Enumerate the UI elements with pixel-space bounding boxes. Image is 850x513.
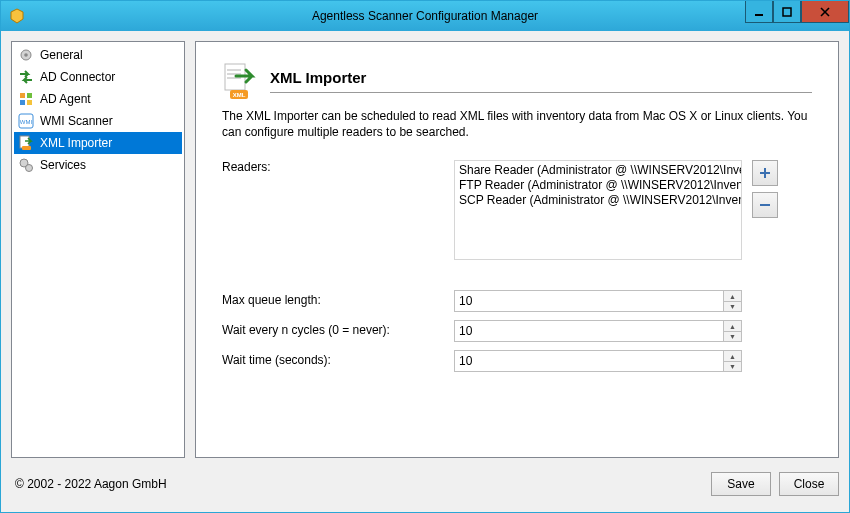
window-controls (745, 1, 849, 23)
wait-time-row: Wait time (seconds): ▲ ▼ (222, 350, 812, 372)
gear-icon (18, 47, 34, 63)
reader-item[interactable]: SCP Reader (Administrator @ \\WINSERV201… (459, 193, 737, 208)
save-button[interactable]: Save (711, 472, 771, 496)
page-title: XML Importer (270, 69, 812, 86)
sidebar-item-general[interactable]: General (14, 44, 182, 66)
sidebar-item-ad-connector[interactable]: AD Connector (14, 66, 182, 88)
minimize-button[interactable] (745, 1, 773, 23)
panes: General AD Connector AD Agent WMI WMI Sc… (11, 41, 839, 458)
svg-text:XML: XML (233, 92, 246, 98)
readers-label: Readers: (222, 160, 454, 174)
wmi-icon: WMI (18, 113, 34, 129)
svg-point-6 (24, 53, 28, 57)
titlebar[interactable]: Agentless Scanner Configuration Manager (1, 1, 849, 31)
wait-time-input[interactable] (454, 350, 723, 372)
max-queue-up[interactable]: ▲ (724, 291, 741, 302)
svg-point-16 (26, 165, 33, 172)
window-body: General AD Connector AD Agent WMI WMI Sc… (1, 31, 849, 512)
minimize-icon (754, 7, 764, 17)
wait-time-stepper: ▲ ▼ (454, 350, 742, 372)
wait-time-up[interactable]: ▲ (724, 351, 741, 362)
close-button[interactable] (801, 1, 849, 23)
wait-cycles-input[interactable] (454, 320, 723, 342)
sidebar-item-label: General (40, 48, 83, 62)
wait-cycles-row: Wait every n cycles (0 = never): ▲ ▼ (222, 320, 812, 342)
agent-icon (18, 91, 34, 107)
sidebar-item-xml-importer[interactable]: XML Importer (14, 132, 182, 154)
maximize-icon (782, 7, 792, 17)
app-icon (9, 8, 25, 24)
remove-reader-button[interactable] (752, 192, 778, 218)
copyright: © 2002 - 2022 Aagon GmbH (11, 477, 703, 491)
sidebar-item-services[interactable]: Services (14, 154, 182, 176)
wait-cycles-down[interactable]: ▼ (724, 332, 741, 342)
sidebar-item-wmi-scanner[interactable]: WMI WMI Scanner (14, 110, 182, 132)
page-description: The XML Importer can be scheduled to rea… (222, 108, 812, 140)
svg-text:WMI: WMI (20, 119, 33, 125)
sidebar-item-label: Services (40, 158, 86, 172)
max-queue-label: Max queue length: (222, 290, 454, 307)
max-queue-row: Max queue length: ▲ ▼ (222, 290, 812, 312)
wait-cycles-label: Wait every n cycles (0 = never): (222, 320, 454, 337)
config-window: Agentless Scanner Configuration Manager (0, 0, 850, 513)
sidebar-item-label: XML Importer (40, 136, 112, 150)
svg-rect-9 (20, 100, 25, 105)
minus-icon (759, 199, 771, 211)
sidebar-item-label: WMI Scanner (40, 114, 113, 128)
header-separator (270, 92, 812, 93)
readers-list[interactable]: Share Reader (Administrator @ \\WINSERV2… (454, 160, 742, 260)
svg-rect-10 (27, 100, 32, 105)
sidebar-item-ad-agent[interactable]: AD Agent (14, 88, 182, 110)
sidebar: General AD Connector AD Agent WMI WMI Sc… (11, 41, 185, 458)
xml-import-icon (18, 135, 34, 151)
svg-rect-2 (783, 8, 791, 16)
reader-buttons (752, 160, 778, 218)
close-icon (820, 7, 830, 17)
sidebar-item-label: AD Connector (40, 70, 115, 84)
reader-item[interactable]: FTP Reader (Administrator @ \\WINSERV201… (459, 178, 737, 193)
svg-marker-0 (11, 9, 23, 23)
max-queue-down[interactable]: ▼ (724, 302, 741, 312)
reader-item[interactable]: Share Reader (Administrator @ \\WINSERV2… (459, 163, 737, 178)
footer: © 2002 - 2022 Aagon GmbH Save Close (11, 466, 839, 502)
max-queue-input[interactable] (454, 290, 723, 312)
wait-time-down[interactable]: ▼ (724, 362, 741, 372)
max-queue-stepper: ▲ ▼ (454, 290, 742, 312)
wait-time-label: Wait time (seconds): (222, 350, 454, 367)
readers-row: Readers: Share Reader (Administrator @ \… (222, 160, 812, 260)
wait-cycles-stepper: ▲ ▼ (454, 320, 742, 342)
window-title: Agentless Scanner Configuration Manager (1, 9, 849, 23)
xml-importer-icon: XML (222, 62, 256, 100)
svg-rect-7 (20, 93, 25, 98)
services-icon (18, 157, 34, 173)
plus-icon (759, 167, 771, 179)
maximize-button[interactable] (773, 1, 801, 23)
svg-rect-14 (22, 146, 31, 150)
svg-rect-8 (27, 93, 32, 98)
content-pane: XML XML Importer The XML Importer can be… (195, 41, 839, 458)
add-reader-button[interactable] (752, 160, 778, 186)
svg-rect-1 (755, 14, 763, 16)
page-header: XML XML Importer (222, 62, 812, 100)
close-window-button[interactable]: Close (779, 472, 839, 496)
wait-cycles-up[interactable]: ▲ (724, 321, 741, 332)
connector-icon (18, 69, 34, 85)
sidebar-item-label: AD Agent (40, 92, 91, 106)
